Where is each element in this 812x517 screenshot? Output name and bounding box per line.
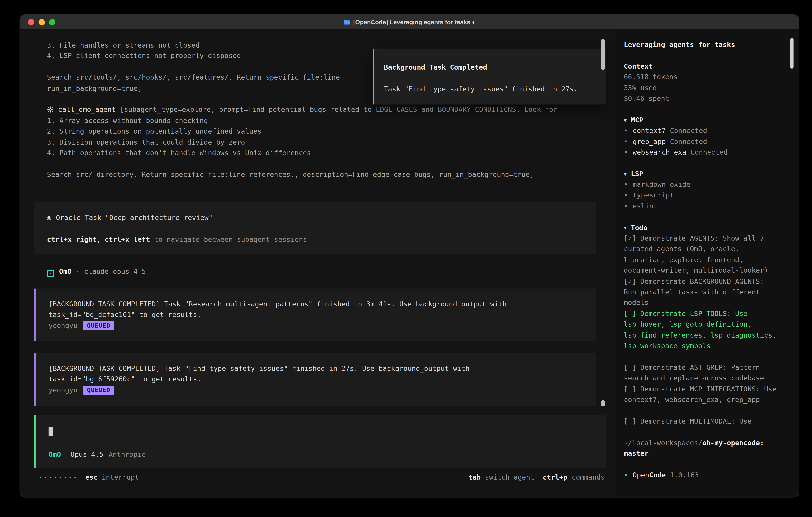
background-task-message: [BACKGROUND TASK COMPLETED] Task "Resear… (34, 289, 597, 342)
oracle-hint-keys: ctrl+x right, ctrl+x left (47, 235, 150, 243)
text-cursor (49, 427, 53, 436)
tab-key-hint: tab (468, 473, 481, 481)
bullet-icon: • (624, 191, 628, 199)
desktop: [OpenCode] Leveraging agents for tasks ◐… (0, 0, 812, 517)
chevron-down-icon: ▼ (624, 225, 627, 230)
omo-agent-icon (47, 270, 54, 277)
queued-badge: QUEUED (83, 386, 115, 394)
gear-icon (47, 106, 54, 116)
context-used: 33% used (624, 83, 778, 93)
log-line: 3. Division operations that could divide… (47, 137, 599, 148)
log-line: 4. Path operations that don't handle Win… (47, 148, 599, 159)
oracle-hint-text: to navigate between subagent sessions (154, 235, 307, 243)
queued-badge: QUEUED (83, 321, 115, 330)
todo-item: [ ] Demonstrate LSP TOOLS: Use lsp_hover… (624, 308, 778, 351)
lsp-item: •eslint (624, 201, 778, 212)
prompt-input[interactable]: OmOOpus 4.5Anthropic (34, 415, 606, 468)
mcp-item: •context7Connected (624, 126, 778, 136)
scrollbar-thumb[interactable] (790, 38, 793, 69)
mcp-section-header[interactable]: ▼MCP (624, 115, 778, 126)
bullet-icon: • (624, 181, 628, 189)
message-text: [BACKGROUND TASK COMPLETED] Task "Find t… (49, 363, 584, 374)
tool-call-name: call_omo_agent (58, 106, 116, 114)
message-text: task_id="bg_dcfac161" to get results. (49, 310, 584, 321)
log-line: 2. String operations on potentially unde… (47, 126, 599, 137)
tool-call-args: [subagent_type=explore, prompt=Find pote… (120, 106, 557, 114)
scrollbar-thumb[interactable] (601, 401, 605, 406)
agent-model: claude-opus-4-5 (84, 268, 146, 275)
terminal-main-pane[interactable]: 3. File handles or streams not closed 4.… (20, 30, 615, 497)
tab-key-label: switch agent (485, 473, 534, 481)
log-line: 1. Array access without bounds checking (47, 115, 599, 126)
tool-call-line: call_omo_agent[subagent_type=explore, pr… (47, 105, 599, 115)
background-task-message: [BACKGROUND TASK COMPLETED] Task "Find t… (34, 353, 597, 406)
chevron-down-icon: ▼ (624, 171, 627, 176)
session-title: Leveraging agents for tasks (624, 39, 778, 50)
context-spent: $0.46 spent (624, 93, 778, 104)
ctrlp-key-hint: ctrl+p (543, 473, 568, 481)
message-text: [BACKGROUND TASK COMPLETED] Task "Resear… (49, 299, 584, 310)
titlebar[interactable]: [OpenCode] Leveraging agents for tasks ◐ (20, 15, 799, 30)
spinner-dots: ········ (38, 473, 78, 481)
workspace-path: ~/local-workspaces/oh-my-opencode: maste… (624, 438, 778, 459)
notification-body: Task "Find type safety issues" finished … (384, 84, 606, 94)
window-title: [OpenCode] Leveraging agents for tasks ◐ (353, 19, 475, 25)
log-line: Search src/ directory. Return specific f… (47, 169, 599, 180)
oracle-task-panel[interactable]: ◉Oracle Task "Deep architecture review" … (34, 202, 597, 254)
sidebar: Leveraging agents for tasks Context 66,5… (615, 30, 799, 497)
mcp-item: •grep_appConnected (624, 136, 778, 147)
agent-header: OmO·claude-opus-4-5 (47, 267, 146, 277)
sidebar-scrollbar[interactable] (790, 30, 793, 497)
bullet-icon: • (624, 137, 628, 145)
todo-item: [✓] Demonstrate BACKGROUND AGENTS: Run p… (624, 276, 778, 309)
esc-key-hint: esc (85, 473, 98, 481)
context-heading: Context (624, 61, 778, 72)
status-bar: ········ esc interrupt tab switch agent … (20, 472, 615, 483)
todo-item: [✓] Demonstrate AGENTS: Show all 7 curat… (624, 233, 778, 276)
esc-key-label: interrupt (102, 473, 139, 481)
bullet-icon: • (624, 471, 628, 479)
ctrlp-key-label: commands (572, 473, 605, 481)
input-agent-label: OmO (49, 451, 61, 459)
chevron-down-icon: ▼ (624, 117, 627, 123)
context-tokens: 66,518 tokens (624, 72, 778, 83)
window-title-area: [OpenCode] Leveraging agents for tasks ◐ (20, 15, 799, 29)
lsp-item: •markdown-oxide (624, 179, 778, 190)
scrollbar-thumb[interactable] (601, 39, 605, 70)
lsp-section-header[interactable]: ▼LSP (624, 169, 778, 180)
oracle-heading: Oracle Task "Deep architecture review" (56, 214, 212, 222)
agent-name: OmO (59, 268, 71, 275)
todo-item: [ ] Demonstrate AST-GREP: Pattern search… (624, 362, 778, 384)
todo-item: [ ] Demonstrate MULTIMODAL: Use (624, 416, 778, 427)
todo-section-header[interactable]: ▼Todo (624, 222, 778, 233)
bullet-icon: • (624, 202, 628, 210)
todo-item: [ ] Demonstrate MCP INTEGRATIONS: Use co… (624, 384, 778, 405)
input-model-label: Opus 4.5 (70, 451, 103, 459)
notification-title: Background Task Completed (384, 62, 606, 73)
bullet-icon: • (624, 127, 628, 135)
app-window: [OpenCode] Leveraging agents for tasks ◐… (20, 14, 800, 497)
main-scrollbar[interactable] (601, 30, 605, 497)
message-author: yeongyu (49, 386, 78, 394)
opencode-version: •OpenCode1.0.163 (624, 470, 778, 481)
lsp-item: •typescript (624, 190, 778, 201)
mcp-item: •websearch_exaConnected (624, 147, 778, 158)
background-task-notification: Background Task Completed Task "Find typ… (373, 49, 606, 105)
input-provider-label: Anthropic (109, 451, 146, 459)
oracle-icon: ◉ (47, 214, 51, 222)
message-text: task_id="bg_6f59260c" to get results. (49, 374, 584, 385)
message-author: yeongyu (49, 322, 78, 330)
folder-icon (343, 19, 350, 25)
agent-separator: · (76, 268, 80, 275)
bullet-icon: • (624, 148, 628, 156)
